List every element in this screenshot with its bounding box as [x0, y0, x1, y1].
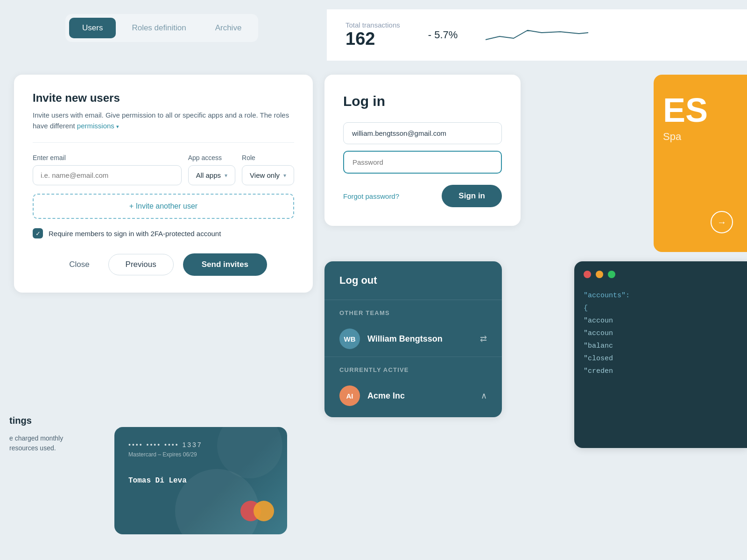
- code-line-4: "accoun: [584, 327, 747, 340]
- form-row: Enter email App access All apps ▾ Role V…: [33, 154, 294, 185]
- transactions-card: Total transactions 162 - 5.7%: [327, 9, 747, 61]
- currently-active-label: CURRENTLY ACTIVE: [324, 357, 502, 378]
- credit-card: •••• •••• •••• 1337 Mastercard – Expires…: [114, 427, 287, 534]
- logout-label[interactable]: Log out: [324, 261, 502, 300]
- two-fa-label: Require members to sign in with 2FA-prot…: [49, 230, 221, 238]
- login-card: Log in william.bengtsson@gmail.com Forgo…: [324, 75, 521, 226]
- avatar-ai: AI: [339, 385, 360, 406]
- action-row: Close Previous Send invites: [33, 253, 294, 276]
- previous-button[interactable]: Previous: [108, 254, 174, 275]
- email-label: Enter email: [33, 154, 182, 161]
- chevron-down-icon: ▾: [283, 172, 286, 179]
- code-line-2: {: [584, 302, 747, 315]
- chart-area: [486, 23, 728, 47]
- password-input[interactable]: [343, 151, 502, 174]
- other-teams-label: OTHER TEAMS: [324, 300, 502, 321]
- sign-in-button[interactable]: Sign in: [442, 185, 502, 207]
- divider: [33, 142, 294, 143]
- code-line-1: "accounts":: [584, 289, 747, 302]
- invite-card: Invite new users Invite users with email…: [14, 75, 313, 293]
- tabs-nav: Users Roles definition Archive: [65, 14, 258, 42]
- permissions-link[interactable]: permissions ▾: [77, 122, 119, 130]
- close-dot[interactable]: [584, 271, 591, 278]
- role-select[interactable]: View only ▾: [242, 165, 294, 185]
- traffic-lights: [584, 271, 747, 278]
- app-access-group: App access All apps ▾: [188, 154, 235, 185]
- mastercard-yellow-circle: [254, 501, 274, 521]
- other-user-name: William Bengtsson: [367, 334, 472, 344]
- code-content: "accounts": { "accoun "accoun "balanc "c…: [584, 289, 747, 378]
- transactions-info: Total transactions 162: [345, 21, 400, 49]
- active-user-name: Acme Inc: [367, 391, 473, 401]
- arrow-button[interactable]: →: [711, 211, 733, 233]
- invite-another-button[interactable]: + Invite another user: [33, 194, 294, 219]
- switch-icon[interactable]: ⇄: [480, 334, 487, 344]
- chevron-down-icon: ▾: [225, 172, 227, 179]
- transactions-value: 162: [345, 29, 400, 49]
- tab-roles-definition[interactable]: Roles definition: [119, 18, 199, 38]
- transactions-label: Total transactions: [345, 21, 400, 29]
- two-fa-checkbox[interactable]: ✓: [33, 228, 43, 238]
- login-title: Log in: [343, 93, 502, 109]
- close-button[interactable]: Close: [60, 254, 99, 275]
- email-group: Enter email: [33, 154, 182, 185]
- minimize-dot[interactable]: [596, 271, 603, 278]
- chevron-up-icon: ∧: [481, 391, 487, 401]
- role-group: Role View only ▾: [242, 154, 294, 185]
- settings-description: e charged monthly resources used.: [9, 434, 93, 453]
- settings-section: tings e charged monthly resources used.: [0, 401, 103, 560]
- send-invites-button[interactable]: Send invites: [183, 253, 267, 276]
- role-label: Role: [242, 154, 294, 161]
- orange-big-text: ES: [663, 93, 708, 127]
- email-input[interactable]: [33, 165, 182, 185]
- code-line-7: "creden: [584, 365, 747, 378]
- settings-title: tings: [9, 415, 93, 426]
- check-icon: ✓: [35, 230, 41, 237]
- code-line-6: "closed: [584, 352, 747, 365]
- orange-card: ES Spa →: [654, 75, 747, 252]
- maximize-dot[interactable]: [608, 271, 615, 278]
- forgot-password-link[interactable]: Forgot password?: [343, 192, 399, 200]
- invite-description: Invite users with email. Give permission…: [33, 110, 294, 131]
- mastercard-logo: [240, 501, 274, 521]
- checkbox-row: ✓ Require members to sign in with 2FA-pr…: [33, 228, 294, 238]
- credit-card-wrapper: •••• •••• •••• 1337 Mastercard – Expires…: [103, 401, 299, 560]
- invite-title: Invite new users: [33, 91, 294, 105]
- orange-sub-text: Spa: [663, 131, 681, 143]
- app-access-select[interactable]: All apps ▾: [188, 165, 235, 185]
- code-card: "accounts": { "accoun "accoun "balanc "c…: [574, 261, 747, 448]
- code-line-3: "accoun: [584, 315, 747, 327]
- active-user-row[interactable]: AI Acme Inc ∧: [324, 378, 502, 417]
- logout-card: Log out OTHER TEAMS WB William Bengtsson…: [324, 261, 502, 417]
- login-row: Forgot password? Sign in: [343, 185, 502, 207]
- code-line-5: "balanc: [584, 340, 747, 352]
- tab-users[interactable]: Users: [69, 18, 116, 38]
- app-access-label: App access: [188, 154, 235, 161]
- login-email-display: william.bengtsson@gmail.com: [343, 122, 502, 144]
- transactions-change: - 5.7%: [428, 29, 458, 41]
- other-user-row[interactable]: WB William Bengtsson ⇄: [324, 321, 502, 357]
- tab-archive[interactable]: Archive: [202, 18, 255, 38]
- avatar-wb: WB: [339, 329, 360, 349]
